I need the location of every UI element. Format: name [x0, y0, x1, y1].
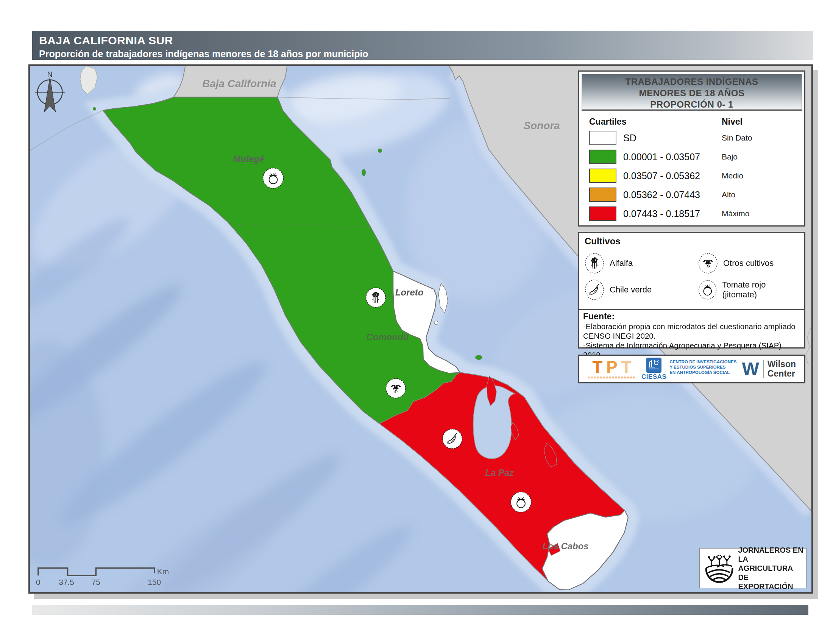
legend-col-nivel: Nivel	[722, 117, 802, 127]
nivel-alto: Alto	[722, 190, 802, 199]
jornaleros-line3: DE EXPORTACIÓN	[738, 573, 804, 591]
label-mulege: Mulegé	[233, 154, 264, 164]
nivel-bajo: Bajo	[722, 152, 802, 161]
ciesas-line2: Y ESTUDIOS SUPERIORES	[669, 364, 737, 370]
range-medio: 0.03507 - 0.05362	[623, 171, 722, 182]
label-loreto: Loreto	[395, 288, 423, 298]
label-baja-california: Baja California	[202, 78, 276, 89]
page-subtitle: Proporción de trabajadores indígenas men…	[39, 48, 813, 60]
fuente-panel: Fuente: -Elaboración propia con microdat…	[578, 309, 806, 349]
scale-tick-2: 75	[92, 578, 100, 586]
jornaleros-field-icon	[702, 550, 737, 586]
label-la-paz: La Paz	[485, 467, 514, 478]
legend-title-line3: PROPORCIÓN 0- 1	[582, 99, 802, 110]
swatch-bajo	[589, 150, 616, 164]
cultivo-otros: Otros cultivos	[698, 253, 799, 274]
alfalfa-icon	[585, 253, 604, 274]
cultivo-alfalfa: Alfalfa	[585, 253, 698, 274]
range-bajo: 0.00001 - 0.03507	[623, 151, 722, 163]
tpt-letter-p: P	[606, 359, 617, 375]
scale-tick-0: 0	[36, 578, 40, 586]
marker-chile-la-paz	[442, 429, 462, 449]
bottom-gradient-bar	[32, 605, 808, 615]
swatch-sin-dato	[589, 131, 616, 145]
cultivos-panel: Cultivos Alfalfa Otros cultivos Chile ve…	[578, 232, 806, 310]
page-title: BAJA CALIFORNIA SUR	[39, 34, 813, 47]
cultivo-chile: Chile verde	[585, 279, 698, 300]
title-bar: BAJA CALIFORNIA SUR Proporción de trabaj…	[32, 31, 813, 60]
swatch-alto	[589, 188, 616, 202]
scale-tick-3: 150	[148, 578, 161, 586]
tpt-logo: T P T	[588, 359, 636, 378]
cultivo-otros-label: Otros cultivos	[723, 258, 774, 268]
marker-tomate-mulege	[263, 168, 284, 188]
fuente-line2: CENSO INEGI 2020.	[583, 331, 801, 341]
jornaleros-logo: JORNALEROS EN LA AGRICULTURA DE EXPORTAC…	[700, 548, 807, 588]
tomate-rojo-icon	[698, 279, 717, 300]
label-sonora: Sonora	[524, 120, 560, 132]
wilson-w-mark: W	[742, 361, 759, 377]
label-comondu: Comondú	[367, 332, 409, 342]
wilson-line1: Wilson	[767, 359, 796, 369]
wilson-center-logo: W Wilson Center	[742, 359, 796, 378]
marker-alfalfa-comondu	[366, 288, 386, 308]
cultivo-alfalfa-label: Alfalfa	[609, 258, 633, 268]
cultivos-title: Cultivos	[585, 236, 799, 246]
nivel-medio: Medio	[722, 171, 802, 180]
ciesas-name: CIESAS	[642, 373, 666, 381]
swatch-medio	[589, 169, 616, 183]
legend-panel: TRABAJADORES INDÍGENAS MENORES DE 18 AÑO…	[578, 71, 806, 227]
marker-tomate-la-paz	[511, 492, 531, 512]
range-maximo: 0.07443 - 0.18517	[623, 208, 722, 219]
fuente-title: Fuente:	[583, 311, 801, 322]
nivel-maximo: Máximo	[722, 209, 802, 218]
otros-cultivos-icon	[698, 253, 718, 274]
wilson-line2: Center	[767, 369, 796, 378]
scale-unit: Km	[157, 567, 169, 576]
cultivo-chile-label: Chile verde	[609, 285, 651, 295]
ciesas-logo: CIESAS CENTRO DE INVESTIGACIONES Y ESTUD…	[642, 357, 737, 381]
jornaleros-line1: JORNALEROS EN	[738, 546, 804, 555]
cultivos-grid: Alfalfa Otros cultivos Chile verde Tomat…	[585, 253, 799, 300]
scale-tick-1: 37.5	[59, 578, 74, 586]
legend-title: TRABAJADORES INDÍGENAS MENORES DE 18 AÑO…	[582, 74, 802, 111]
tpt-letter-t2: T	[621, 359, 632, 375]
nivel-sin-dato: Sin Dato	[722, 134, 802, 142]
tpt-tagline-strip	[588, 377, 636, 378]
cultivo-tomate-label: Tomate rojo (jitomate)	[722, 280, 799, 299]
range-sin-dato: SD	[623, 133, 722, 143]
legend-title-line1: TRABAJADORES INDÍGENAS	[582, 76, 802, 87]
chile-verde-icon	[585, 279, 604, 300]
fuente-line1: -Elaboración propia con microdatos del c…	[583, 322, 801, 331]
marker-otros-comondu	[386, 378, 405, 398]
ciesas-line3: EN ANTROPOLOGÍA SOCIAL	[669, 370, 737, 375]
cultivo-tomate: Tomate rojo (jitomate)	[698, 279, 799, 300]
ciesas-icon	[646, 357, 661, 373]
jornaleros-line2: LA AGRICULTURA	[738, 555, 804, 573]
logos-panel: T P T CIESAS CENTRO DE INVESTIGACIONES Y…	[578, 354, 806, 383]
legend-title-line2: MENORES DE 18 AÑOS	[582, 87, 802, 99]
label-los-cabos: Los Cabos	[542, 541, 589, 551]
wilson-divider	[763, 360, 764, 378]
compass-n-label: N	[47, 70, 53, 79]
ciesas-line1: CENTRO DE INVESTIGACIONES	[669, 359, 737, 364]
tpt-letter-t1: T	[592, 359, 602, 375]
legend-classes: Cuartiles Nivel SD Sin Dato 0.00001 - 0.…	[582, 111, 802, 223]
swatch-maximo	[589, 206, 616, 221]
legend-col-cuartiles: Cuartiles	[589, 117, 722, 127]
range-alto: 0.05362 - 0.07443	[623, 189, 722, 200]
